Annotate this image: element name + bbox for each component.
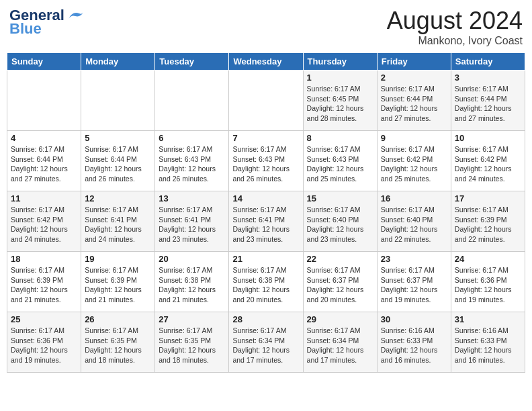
calendar-body: 1Sunrise: 6:17 AMSunset: 6:45 PMDaylight…: [7, 71, 525, 373]
day-info: Sunrise: 6:17 AMSunset: 6:44 PMDaylight:…: [381, 84, 447, 124]
logo: General Blue: [9, 7, 85, 38]
calendar-cell: 5Sunrise: 6:17 AMSunset: 6:44 PMDaylight…: [81, 131, 155, 191]
day-info: Sunrise: 6:17 AMSunset: 6:39 PMDaylight:…: [85, 265, 151, 305]
calendar-cell: 11Sunrise: 6:17 AMSunset: 6:42 PMDayligh…: [7, 191, 81, 252]
day-number: 29: [307, 314, 373, 324]
calendar-cell: 29Sunrise: 6:17 AMSunset: 6:34 PMDayligh…: [303, 312, 377, 373]
day-info: Sunrise: 6:17 AMSunset: 6:44 PMDaylight:…: [85, 144, 151, 184]
calendar-week-1: 1Sunrise: 6:17 AMSunset: 6:45 PMDaylight…: [7, 71, 525, 131]
day-info: Sunrise: 6:17 AMSunset: 6:43 PMDaylight:…: [159, 144, 225, 184]
day-info: Sunrise: 6:17 AMSunset: 6:38 PMDaylight:…: [232, 265, 299, 305]
calendar-cell: 6Sunrise: 6:17 AMSunset: 6:43 PMDaylight…: [155, 131, 229, 191]
day-info: Sunrise: 6:17 AMSunset: 6:40 PMDaylight:…: [381, 205, 447, 244]
weekday-header-saturday: Saturday: [451, 53, 525, 71]
calendar-cell: 25Sunrise: 6:17 AMSunset: 6:36 PMDayligh…: [7, 312, 81, 373]
calendar-cell: 26Sunrise: 6:17 AMSunset: 6:35 PMDayligh…: [81, 312, 155, 373]
day-info: Sunrise: 6:17 AMSunset: 6:38 PMDaylight:…: [159, 265, 225, 305]
calendar-cell: 14Sunrise: 6:17 AMSunset: 6:41 PMDayligh…: [229, 191, 303, 252]
calendar-cell: [7, 71, 81, 131]
weekday-header-sunday: Sunday: [7, 53, 81, 71]
calendar-cell: 17Sunrise: 6:17 AMSunset: 6:39 PMDayligh…: [451, 191, 525, 252]
day-info: Sunrise: 6:17 AMSunset: 6:35 PMDaylight:…: [85, 326, 151, 365]
weekday-header-thursday: Thursday: [303, 53, 377, 71]
day-number: 28: [232, 314, 299, 324]
day-info: Sunrise: 6:17 AMSunset: 6:37 PMDaylight:…: [381, 265, 447, 305]
day-number: 5: [85, 133, 151, 143]
day-info: Sunrise: 6:17 AMSunset: 6:45 PMDaylight:…: [307, 84, 373, 124]
day-info: Sunrise: 6:17 AMSunset: 6:42 PMDaylight:…: [11, 205, 77, 244]
day-number: 25: [11, 314, 77, 324]
calendar-cell: [155, 71, 229, 131]
day-info: Sunrise: 6:17 AMSunset: 6:40 PMDaylight:…: [307, 205, 373, 244]
day-info: Sunrise: 6:17 AMSunset: 6:43 PMDaylight:…: [232, 144, 299, 184]
day-info: Sunrise: 6:17 AMSunset: 6:39 PMDaylight:…: [455, 205, 521, 244]
day-info: Sunrise: 6:16 AMSunset: 6:33 PMDaylight:…: [455, 326, 521, 365]
day-number: 3: [455, 73, 521, 83]
weekday-header-monday: Monday: [81, 53, 155, 71]
calendar-cell: 9Sunrise: 6:17 AMSunset: 6:42 PMDaylight…: [377, 131, 451, 191]
day-number: 18: [11, 254, 77, 264]
calendar-week-2: 4Sunrise: 6:17 AMSunset: 6:44 PMDaylight…: [7, 131, 525, 191]
calendar-week-3: 11Sunrise: 6:17 AMSunset: 6:42 PMDayligh…: [7, 191, 525, 252]
weekday-header-tuesday: Tuesday: [155, 53, 229, 71]
day-number: 12: [85, 193, 151, 203]
day-info: Sunrise: 6:17 AMSunset: 6:36 PMDaylight:…: [455, 265, 521, 305]
calendar-cell: 13Sunrise: 6:17 AMSunset: 6:41 PMDayligh…: [155, 191, 229, 252]
calendar-cell: 4Sunrise: 6:17 AMSunset: 6:44 PMDaylight…: [7, 131, 81, 191]
day-number: 19: [85, 254, 151, 264]
day-info: Sunrise: 6:17 AMSunset: 6:44 PMDaylight:…: [11, 144, 77, 184]
day-number: 6: [159, 133, 225, 143]
calendar-cell: 1Sunrise: 6:17 AMSunset: 6:45 PMDaylight…: [303, 71, 377, 131]
logo-bird-icon: [66, 9, 85, 21]
title-block: August 2024 Mankono, Ivory Coast: [387, 7, 523, 47]
day-info: Sunrise: 6:17 AMSunset: 6:37 PMDaylight:…: [307, 265, 373, 305]
calendar-cell: 30Sunrise: 6:16 AMSunset: 6:33 PMDayligh…: [377, 312, 451, 373]
day-info: Sunrise: 6:17 AMSunset: 6:41 PMDaylight:…: [85, 205, 151, 244]
logo-text-blue: Blue: [9, 20, 42, 38]
calendar-cell: 16Sunrise: 6:17 AMSunset: 6:40 PMDayligh…: [377, 191, 451, 252]
day-info: Sunrise: 6:17 AMSunset: 6:35 PMDaylight:…: [159, 326, 225, 365]
location-title: Mankono, Ivory Coast: [387, 35, 523, 47]
day-number: 1: [307, 73, 373, 83]
calendar-cell: 7Sunrise: 6:17 AMSunset: 6:43 PMDaylight…: [229, 131, 303, 191]
calendar-cell: 21Sunrise: 6:17 AMSunset: 6:38 PMDayligh…: [229, 252, 303, 312]
page-header: General Blue August 2024 Mankono, Ivory …: [7, 7, 525, 47]
calendar-table: SundayMondayTuesdayWednesdayThursdayFrid…: [7, 52, 525, 373]
day-info: Sunrise: 6:17 AMSunset: 6:39 PMDaylight:…: [11, 265, 77, 305]
calendar-cell: [229, 71, 303, 131]
calendar-cell: 31Sunrise: 6:16 AMSunset: 6:33 PMDayligh…: [451, 312, 525, 373]
calendar-cell: 10Sunrise: 6:17 AMSunset: 6:42 PMDayligh…: [451, 131, 525, 191]
day-info: Sunrise: 6:17 AMSunset: 6:42 PMDaylight:…: [381, 144, 447, 184]
day-number: 10: [455, 133, 521, 143]
calendar-cell: 3Sunrise: 6:17 AMSunset: 6:44 PMDaylight…: [451, 71, 525, 131]
day-info: Sunrise: 6:16 AMSunset: 6:33 PMDaylight:…: [381, 326, 447, 365]
day-number: 2: [381, 73, 447, 83]
month-title: August 2024: [387, 7, 523, 35]
day-number: 24: [455, 254, 521, 264]
day-number: 30: [381, 314, 447, 324]
calendar-cell: [81, 71, 155, 131]
day-number: 22: [307, 254, 373, 264]
calendar-cell: 18Sunrise: 6:17 AMSunset: 6:39 PMDayligh…: [7, 252, 81, 312]
day-info: Sunrise: 6:17 AMSunset: 6:34 PMDaylight:…: [232, 326, 299, 365]
weekday-header-friday: Friday: [377, 53, 451, 71]
calendar-header-row: SundayMondayTuesdayWednesdayThursdayFrid…: [7, 53, 525, 71]
day-info: Sunrise: 6:17 AMSunset: 6:41 PMDaylight:…: [232, 205, 299, 244]
calendar-cell: 2Sunrise: 6:17 AMSunset: 6:44 PMDaylight…: [377, 71, 451, 131]
calendar-cell: 20Sunrise: 6:17 AMSunset: 6:38 PMDayligh…: [155, 252, 229, 312]
day-number: 11: [11, 193, 77, 203]
day-number: 15: [307, 193, 373, 203]
day-number: 13: [159, 193, 225, 203]
calendar-cell: 24Sunrise: 6:17 AMSunset: 6:36 PMDayligh…: [451, 252, 525, 312]
calendar-cell: 8Sunrise: 6:17 AMSunset: 6:43 PMDaylight…: [303, 131, 377, 191]
day-info: Sunrise: 6:17 AMSunset: 6:44 PMDaylight:…: [455, 84, 521, 124]
day-number: 20: [159, 254, 225, 264]
day-number: 4: [11, 133, 77, 143]
day-info: Sunrise: 6:17 AMSunset: 6:42 PMDaylight:…: [455, 144, 521, 184]
day-number: 17: [455, 193, 521, 203]
calendar-cell: 12Sunrise: 6:17 AMSunset: 6:41 PMDayligh…: [81, 191, 155, 252]
day-number: 21: [232, 254, 299, 264]
day-number: 16: [381, 193, 447, 203]
calendar-cell: 23Sunrise: 6:17 AMSunset: 6:37 PMDayligh…: [377, 252, 451, 312]
calendar-week-5: 25Sunrise: 6:17 AMSunset: 6:36 PMDayligh…: [7, 312, 525, 373]
